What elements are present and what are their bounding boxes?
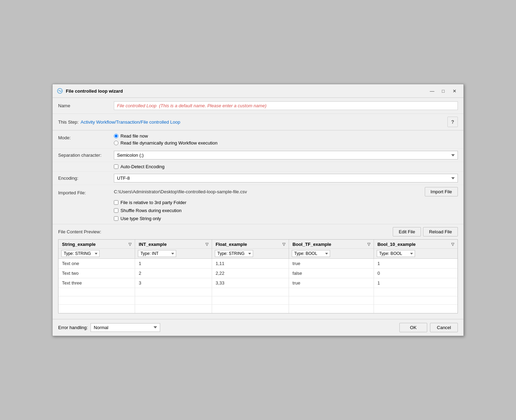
col-float-filter-icon[interactable]: ▽ [282, 242, 285, 247]
encoding-controls: UTF-8 UTF-16 ISO-8859-1 Windows-1252 [114, 174, 458, 182]
error-handling-section: Error handling: Normal Stop on error Con… [58, 323, 160, 332]
col-bool-10-filter-icon[interactable]: ▽ [451, 242, 454, 247]
mode-read-now-radio[interactable] [114, 134, 118, 138]
col-float-name: Float_example [216, 242, 247, 247]
import-file-button[interactable]: Import File [425, 187, 458, 196]
table-cell: 3 [135, 278, 212, 288]
auto-detect-label: Auto-Detect Encoding [120, 164, 164, 169]
table-row [58, 288, 458, 296]
table-cell-empty [58, 305, 135, 313]
this-step-row: This Step: Activity Workflow/Transaction… [53, 114, 463, 130]
table-row: Text three33,33true1 [58, 278, 458, 288]
table-cell: 1,11 [212, 259, 289, 269]
table-row [58, 296, 458, 305]
title-bar-left: File controlled loop wizard [57, 88, 123, 94]
col-bool-10-name: Bool_10_example [377, 242, 416, 247]
table-cell: 1 [374, 259, 458, 269]
main-window: File controlled loop wizard — □ ✕ Name T… [52, 84, 464, 336]
this-step-left: This Step: Activity Workflow/Transaction… [58, 119, 180, 125]
mode-read-dynamic-label: Read file dynamically during Workflow ex… [120, 140, 218, 146]
relative-folder-row: File is relative to 3rd party Folder [53, 199, 463, 207]
auto-detect-row: Auto-Detect Encoding [53, 162, 463, 171]
col-bool-tf-filter-icon[interactable]: ▽ [367, 242, 370, 247]
shuffle-rows-checkbox[interactable] [114, 208, 118, 213]
table-row: Text two22,22false0 [58, 269, 458, 278]
minimize-button[interactable]: — [427, 87, 437, 95]
name-label: Name [58, 101, 114, 108]
use-type-string-checkbox[interactable] [114, 216, 118, 221]
sep-char-label: Separation character: [58, 151, 114, 158]
window-title: File controlled loop wizard [66, 88, 123, 94]
mode-controls: Read file now Read file dynamically duri… [114, 133, 458, 146]
name-controls [114, 101, 458, 110]
col-bool-tf-type-select[interactable]: Type: STRING Type: INT Type: FLOAT Type:… [292, 250, 330, 257]
table-cell-empty [289, 288, 374, 296]
table-cell: true [289, 278, 374, 288]
table-cell: false [289, 269, 374, 278]
auto-detect-checkbox[interactable] [114, 164, 118, 169]
shuffle-rows-row: Shuffle Rows during execution [53, 207, 463, 215]
col-string-type-select[interactable]: Type: STRING Type: INT Type: FLOAT Type:… [61, 250, 100, 257]
col-float-type-select[interactable]: Type: STRING Type: INT Type: FLOAT Type:… [215, 250, 253, 257]
mode-option-read-now: Read file now [114, 133, 458, 139]
this-step-label: This Step: [58, 119, 79, 125]
reload-file-button[interactable]: Reload File [423, 227, 458, 236]
mode-label: Mode: [58, 133, 114, 140]
file-path-text: C:\Users\Administrator\Desktop\file-cont… [114, 189, 421, 194]
table-cell: Text three [58, 278, 135, 288]
mode-read-now-label: Read file now [120, 133, 148, 139]
imported-file-row: Imported File: C:\Users\Administrator\De… [53, 185, 463, 199]
name-row: Name [53, 98, 463, 114]
encoding-row: Encoding: UTF-8 UTF-16 ISO-8859-1 Window… [53, 171, 463, 185]
edit-file-button[interactable]: Edit File [393, 227, 421, 236]
col-int-type-select[interactable]: Type: STRING Type: INT Type: FLOAT Type:… [138, 250, 176, 257]
table-cell-empty [374, 288, 458, 296]
mode-row: Mode: Read file now Read file dynamicall… [53, 131, 463, 148]
col-bool-tf-example: Bool_TF_example ▽ Type: STRING Type: INT… [289, 240, 374, 259]
col-bool-tf-name: Bool_TF_example [292, 242, 331, 247]
table-cell-empty [135, 305, 212, 313]
close-button[interactable]: ✕ [449, 87, 459, 95]
dialog-content: Name This Step: Activity Workflow/Transa… [53, 98, 463, 313]
error-handling-label: Error handling: [58, 325, 88, 330]
separation-char-select[interactable]: Semicolon (;) Comma (,) Tab Space Pipe (… [114, 151, 458, 160]
table-body: Text one11,11true1Text two22,22false0Tex… [58, 259, 458, 313]
preview-header: File Content Preview: Edit File Reload F… [53, 224, 463, 239]
table-cell-empty [135, 288, 212, 296]
table-cell-empty [374, 296, 458, 305]
separation-char-row: Separation character: Semicolon (;) Comm… [53, 148, 463, 162]
table-cell: 3,33 [212, 278, 289, 288]
col-bool-10-type-select[interactable]: Type: STRING Type: INT Type: FLOAT Type:… [377, 250, 415, 257]
table-cell: true [289, 259, 374, 269]
relative-folder-checkbox[interactable] [114, 200, 118, 205]
help-button[interactable]: ? [447, 117, 458, 127]
table-cell: 0 [374, 269, 458, 278]
table-cell: Text one [58, 259, 135, 269]
maximize-button[interactable]: □ [438, 87, 448, 95]
table-cell: Text two [58, 269, 135, 278]
preview-label: File Content Preview: [58, 229, 101, 234]
table-cell-empty [135, 296, 212, 305]
col-float-example: Float_example ▽ Type: STRING Type: INT T… [212, 240, 289, 259]
encoding-select[interactable]: UTF-8 UTF-16 ISO-8859-1 Windows-1252 [114, 174, 458, 182]
col-int-filter-icon[interactable]: ▽ [205, 242, 208, 247]
use-type-string-label: Use type String only [120, 216, 161, 221]
table-cell-empty [212, 296, 289, 305]
table-cell-empty [289, 305, 374, 313]
window-icon [57, 88, 63, 94]
ok-button[interactable]: OK [399, 323, 427, 332]
col-string-filter-icon[interactable]: ▽ [128, 242, 131, 247]
preview-table-container: String_example ▽ Type: STRING Type: INT … [58, 239, 458, 313]
preview-buttons: Edit File Reload File [393, 227, 458, 236]
cancel-button[interactable]: Cancel [430, 323, 458, 332]
mode-option-read-dynamic: Read file dynamically during Workflow ex… [114, 140, 458, 146]
col-int-example: INT_example ▽ Type: STRING Type: INT Typ… [135, 240, 212, 259]
mode-read-dynamic-radio[interactable] [114, 141, 118, 145]
table-cell: 2 [135, 269, 212, 278]
step-link[interactable]: Activity Workflow/Transaction/File contr… [81, 119, 180, 125]
name-input[interactable] [114, 101, 458, 110]
preview-table: String_example ▽ Type: STRING Type: INT … [58, 240, 458, 313]
table-cell-empty [58, 296, 135, 305]
table-row [58, 305, 458, 313]
error-handling-select[interactable]: Normal Stop on error Continue on error [91, 323, 160, 332]
